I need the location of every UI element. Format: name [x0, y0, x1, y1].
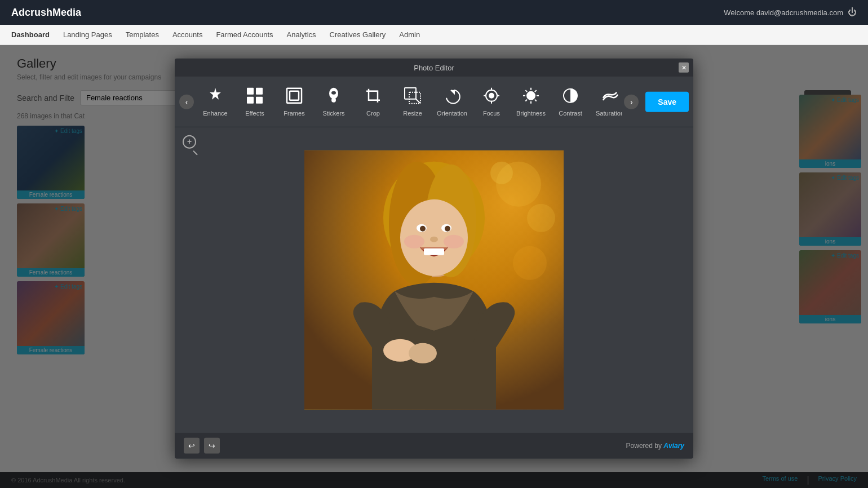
logout-icon[interactable]: ⏻	[848, 7, 857, 17]
bottom-bar: ↩ ↪ Powered by Aviary	[175, 433, 693, 459]
nav-farmed-accounts[interactable]: Farmed Accounts	[216, 30, 273, 39]
main-image	[304, 150, 564, 410]
saturation-icon	[601, 87, 619, 108]
svg-line-25	[535, 100, 537, 101]
tool-frames[interactable]: Frames	[275, 82, 313, 121]
main-content: Gallery Select, filter and edit images f…	[0, 45, 868, 488]
tool-contrast[interactable]: Contrast	[551, 82, 590, 121]
nav-bar: Dashboard Landing Pages Templates Accoun…	[0, 25, 868, 45]
undo-button[interactable]: ↩	[184, 438, 200, 454]
svg-line-27	[525, 100, 527, 101]
canvas-area	[175, 127, 693, 433]
powered-by: Powered by Aviary	[626, 442, 684, 450]
svg-point-40	[513, 246, 547, 280]
frames-icon	[285, 87, 303, 108]
crop-icon	[364, 87, 382, 108]
svg-rect-51	[424, 249, 444, 255]
nav-dashboard[interactable]: Dashboard	[11, 30, 50, 39]
svg-line-26	[535, 90, 537, 92]
close-button[interactable]: ✕	[679, 63, 689, 73]
orientation-icon	[443, 87, 461, 108]
tool-crop[interactable]: Crop	[354, 82, 392, 121]
welcome-text: Welcome david@adcrushmedia.com	[724, 8, 843, 17]
enhance-icon	[206, 87, 224, 108]
svg-point-50	[430, 237, 438, 242]
prev-nav-button[interactable]: ‹	[179, 94, 194, 109]
svg-point-7	[331, 91, 336, 95]
crop-label: Crop	[366, 110, 380, 117]
svg-rect-8	[331, 98, 336, 103]
effects-label: Effects	[245, 110, 264, 117]
svg-point-19	[527, 92, 535, 100]
aviary-logo: Aviary	[663, 442, 684, 450]
undo-redo-controls: ↩ ↪	[184, 438, 220, 454]
tool-effects[interactable]: Effects	[236, 82, 274, 121]
svg-rect-2	[247, 97, 254, 104]
nav-admin[interactable]: Admin	[399, 30, 420, 39]
app-title: AdcrushMedia	[11, 7, 81, 19]
tool-brightness[interactable]: Brightness	[512, 82, 550, 121]
effects-icon	[246, 87, 264, 108]
nav-analytics[interactable]: Analytics	[287, 30, 316, 39]
focus-label: Focus	[483, 110, 500, 117]
toolbar-area: ‹ Enhance Effects	[175, 77, 693, 127]
tool-saturation[interactable]: Saturation	[591, 82, 622, 121]
modal-title-bar: Photo Editor ✕	[175, 59, 693, 77]
modal-title: Photo Editor	[414, 63, 454, 72]
top-bar-right: Welcome david@adcrushmedia.com ⏻	[724, 7, 857, 17]
tool-focus[interactable]: Focus	[472, 82, 511, 121]
orientation-label: Orientation	[437, 110, 467, 117]
svg-rect-0	[247, 88, 254, 95]
tool-resize[interactable]: Resize	[393, 82, 432, 121]
svg-point-48	[420, 226, 426, 232]
tool-enhance[interactable]: Enhance	[196, 82, 234, 121]
save-button[interactable]: Save	[645, 91, 689, 112]
svg-point-38	[527, 204, 555, 232]
tool-stickers[interactable]: Stickers	[315, 82, 353, 121]
svg-rect-10	[405, 88, 416, 99]
svg-rect-9	[369, 91, 378, 100]
frames-label: Frames	[284, 110, 304, 117]
resize-label: Resize	[403, 110, 422, 117]
svg-point-55	[409, 343, 437, 363]
photo-editor-modal: Photo Editor ✕ ‹ Enhance Effe	[175, 59, 693, 459]
saturation-label: Saturation	[596, 110, 622, 117]
tool-orientation[interactable]: Orientation	[433, 82, 471, 121]
svg-line-12	[416, 99, 420, 103]
brightness-label: Brightness	[516, 110, 546, 117]
redo-button[interactable]: ↪	[204, 438, 220, 454]
top-bar: AdcrushMedia Welcome david@adcrushmedia.…	[0, 0, 868, 25]
svg-line-24	[525, 90, 527, 92]
svg-point-53	[444, 235, 464, 249]
svg-point-39	[490, 162, 513, 184]
nav-templates[interactable]: Templates	[126, 30, 159, 39]
stickers-icon	[325, 87, 343, 108]
svg-rect-3	[256, 97, 263, 104]
brightness-icon	[522, 87, 540, 108]
svg-point-49	[445, 226, 450, 232]
focus-icon	[482, 87, 501, 108]
zoom-control[interactable]	[181, 134, 197, 150]
nav-accounts[interactable]: Accounts	[172, 30, 202, 39]
zoom-icon	[183, 135, 196, 149]
stickers-label: Stickers	[322, 110, 344, 117]
svg-rect-5	[290, 91, 299, 100]
next-nav-button[interactable]: ›	[624, 94, 639, 109]
svg-rect-1	[256, 88, 263, 95]
contrast-label: Contrast	[559, 110, 582, 117]
contrast-icon	[561, 87, 579, 108]
toolbar-items: Enhance Effects Frames	[196, 82, 622, 121]
svg-point-52	[404, 235, 424, 249]
svg-point-14	[489, 94, 494, 98]
nav-creatives-gallery[interactable]: Creatives Gallery	[330, 30, 386, 39]
enhance-label: Enhance	[203, 110, 227, 117]
nav-landing-pages[interactable]: Landing Pages	[63, 30, 112, 39]
resize-icon	[404, 87, 422, 108]
